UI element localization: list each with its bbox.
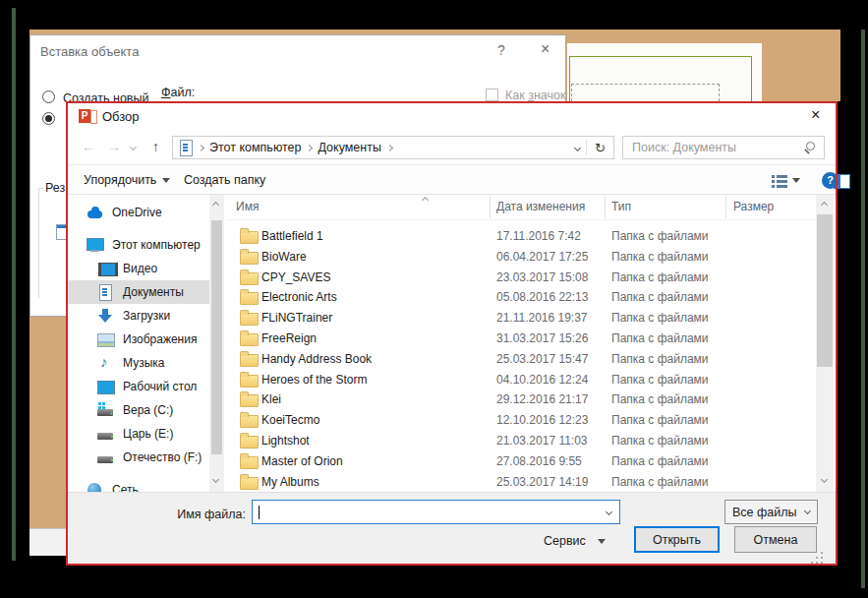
file-row[interactable]: CPY_SAVES23.03.2017 15:08Папка с файлами <box>226 268 816 288</box>
help-icon[interactable]: ? <box>822 172 839 189</box>
file-row[interactable]: KoeiTecmo12.10.2016 12:23Папка с файлами <box>226 410 816 431</box>
folder-icon <box>240 228 258 243</box>
cancel-button[interactable]: Отмена <box>734 526 817 553</box>
sidebar-item[interactable]: Вера (C:) <box>66 398 209 422</box>
forward-icon[interactable]: → <box>107 139 121 154</box>
sidebar-item[interactable]: Загрузки <box>66 304 209 328</box>
sidebar-item[interactable]: Видео <box>66 257 209 280</box>
sidebar-item[interactable]: Этот компьютер <box>66 233 209 257</box>
sidebar-item-label: Отечество (F:) <box>123 450 202 464</box>
file-row[interactable]: Master of Orion27.08.2016 9:55Папка с фа… <box>226 451 816 472</box>
column-header-size[interactable]: Размер <box>733 200 774 213</box>
titlebar: Обзор × <box>66 101 838 131</box>
pictures-icon <box>97 331 115 347</box>
dialog-title: Обзор <box>102 109 140 124</box>
search-input[interactable] <box>630 140 803 155</box>
open-button[interactable]: Открыть <box>634 526 720 553</box>
filename-field[interactable] <box>252 500 620 524</box>
scroll-down-icon[interactable] <box>821 476 828 483</box>
file-row[interactable]: Handy Address Book25.03.2017 15:47Папка … <box>226 349 816 370</box>
breadcrumb-chevron-icon <box>306 144 313 150</box>
scrollbar-thumb[interactable] <box>817 214 833 367</box>
sidebar-item[interactable]: Рабочий стол <box>66 375 209 398</box>
column-header-date[interactable]: Дата изменения <box>496 200 585 213</box>
music-icon <box>97 355 115 371</box>
help-button[interactable]: ? <box>497 42 505 58</box>
list-scrollbar[interactable] <box>816 195 834 492</box>
column-divider[interactable] <box>605 196 606 218</box>
address-dropdown-icon[interactable] <box>574 144 581 150</box>
file-row[interactable]: Battlefield 117.11.2016 7:42Папка с файл… <box>226 226 816 247</box>
refresh-icon[interactable]: ↻ <box>593 141 613 155</box>
sidebar-item-label: Изображения <box>123 332 197 346</box>
sidebar-scrollbar[interactable] <box>209 195 224 492</box>
sidebar-item-label: Этот компьютер <box>112 238 201 252</box>
sidebar-item-label: Музыка <box>123 356 164 370</box>
file-row[interactable]: Electronic Arts05.08.2016 22:13Папка с ф… <box>226 287 816 308</box>
content-area: OneDriveЭтот компьютерВидеоДокументыЗагр… <box>66 195 838 492</box>
column-header-name[interactable]: Имя <box>236 200 259 213</box>
column-divider[interactable] <box>725 196 726 218</box>
file-type: Папка с файлами <box>611 290 709 304</box>
powerpoint-statusbar-fragment <box>29 528 66 556</box>
sidebar-item[interactable]: Изображения <box>66 328 209 351</box>
scrollbar-thumb[interactable] <box>211 220 222 454</box>
scroll-up-icon[interactable] <box>821 202 828 209</box>
close-button[interactable]: × <box>541 40 550 58</box>
address-bar[interactable]: Этот компьютер Документы ↻ <box>172 136 614 159</box>
file-row[interactable]: FLiNGTrainer21.11.2016 19:37Папка с файл… <box>226 308 816 329</box>
column-divider[interactable] <box>490 196 491 218</box>
filename-input[interactable] <box>253 501 619 523</box>
radio-create-from-file[interactable] <box>42 112 55 125</box>
as-icon-checkbox[interactable] <box>486 89 498 101</box>
dropdown-caret-icon <box>162 178 170 183</box>
sidebar-item-label: Рабочий стол <box>123 380 197 393</box>
dialog-title: Вставка объекта <box>40 44 139 59</box>
view-mode-icon[interactable] <box>772 174 788 188</box>
desktop-edge-left <box>12 8 16 561</box>
breadcrumb-documents[interactable]: Документы <box>318 141 380 154</box>
file-row[interactable]: Heroes of the Storm04.10.2016 12:24Папка… <box>226 370 816 390</box>
file-row[interactable]: FreeReign31.03.2017 15:26Папка с файлами <box>226 329 816 349</box>
sidebar-item[interactable]: Музыка <box>66 351 209 375</box>
sidebar-item[interactable]: Отечество (F:) <box>66 446 209 469</box>
filename-label: Имя файла: <box>125 508 246 521</box>
sidebar-item[interactable]: Царь (E:) <box>66 422 209 446</box>
radio-create-new[interactable] <box>42 90 55 103</box>
filetype-select[interactable]: Все файлы <box>724 500 818 524</box>
result-groupbox <box>38 188 65 298</box>
breadcrumb-this-pc[interactable]: Этот компьютер <box>209 141 301 154</box>
file-date: 31.03.2017 15:26 <box>496 331 588 345</box>
folder-icon <box>240 474 258 489</box>
new-folder-button[interactable]: Создать папку <box>184 173 265 187</box>
back-icon[interactable]: ← <box>82 139 95 154</box>
column-header-type[interactable]: Тип <box>611 200 631 213</box>
tools-button[interactable]: Сервис <box>544 534 606 548</box>
network-icon <box>87 482 104 492</box>
file-type: Папка с файлами <box>611 311 709 325</box>
sidebar-item-label: Документы <box>123 285 184 299</box>
drive-icon <box>97 426 115 442</box>
up-icon[interactable]: ↑ <box>152 139 159 154</box>
file-row[interactable]: Lightshot21.03.2017 11:03Папка с файлами <box>226 431 816 451</box>
sidebar-item[interactable]: Документы <box>66 280 209 304</box>
file-date: 21.03.2017 11:03 <box>496 434 588 448</box>
close-button[interactable]: × <box>811 106 820 124</box>
folder-icon <box>240 453 258 468</box>
file-row[interactable]: My Albums25.03.2017 14:19Папка с файлами <box>226 472 816 492</box>
resize-grip[interactable] <box>821 552 823 554</box>
folder-icon <box>240 351 258 366</box>
file-row[interactable]: Klei29.12.2016 21:17Папка с файлами <box>226 389 816 410</box>
powerpoint-icon <box>79 109 97 124</box>
sidebar-item[interactable]: Сеть <box>66 478 209 492</box>
scroll-down-icon[interactable] <box>212 476 219 483</box>
sidebar-item[interactable]: OneDrive <box>66 201 209 224</box>
search-box[interactable] <box>622 136 825 159</box>
history-chevron-icon[interactable] <box>130 144 137 150</box>
file-row[interactable]: BioWare06.04.2017 17:25Папка с файлами <box>226 247 816 268</box>
view-mode-caret-icon[interactable] <box>792 178 800 183</box>
scroll-up-icon[interactable] <box>212 202 219 209</box>
slide-text-placeholder <box>571 84 720 101</box>
organize-button[interactable]: Упорядочить <box>84 173 170 187</box>
search-icon[interactable] <box>803 141 817 154</box>
